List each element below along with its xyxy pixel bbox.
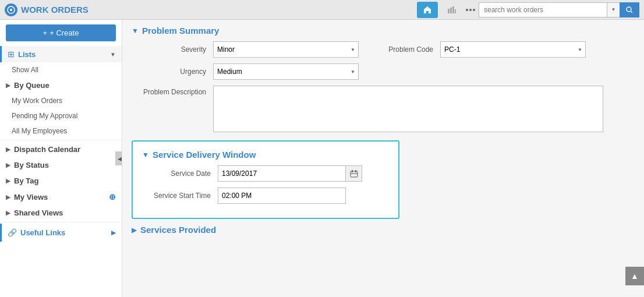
sidebar-group-by-tag[interactable]: ▶ By Tag [0,173,122,189]
my-views-add-icon[interactable]: ⊕ [109,192,116,201]
more-options-button[interactable] [466,9,475,11]
service-date-control [218,165,362,182]
main-content: ▼ Problem Summary Severity Minor Major C… [122,20,644,297]
severity-label: Severity [132,45,213,54]
service-start-label: Service Start Time [142,192,218,200]
service-start-control [218,188,346,204]
sidebar-group-shared-views[interactable]: ▶ Shared Views [0,205,122,221]
main-layout: + + Create ⊞ Lists ▼ Show All ▶ By Queue… [0,20,644,297]
my-views-chevron-icon: ▶ [6,194,10,200]
sidebar-collapse-button[interactable]: ◀ [115,151,122,165]
link-icon: 🔗 [8,228,17,237]
create-plus-icon: + [43,29,48,37]
by-queue-label: By Queue [14,81,116,90]
sidebar-item-show-all[interactable]: Show All [0,62,122,77]
search-submit-button[interactable] [620,2,639,17]
svg-rect-3 [452,6,454,13]
sidebar-divider-1 [0,140,122,140]
shared-views-label: Shared Views [14,208,116,217]
problem-desc-label: Problem Description [132,86,213,96]
scroll-to-top-button[interactable]: ▲ [625,267,644,285]
svg-rect-2 [450,8,452,13]
problem-desc-row: Problem Description [132,86,635,132]
services-provided-title: Services Provided [140,225,216,235]
service-start-input[interactable] [218,188,346,204]
service-start-row: Service Start Time [142,188,389,204]
sidebar-group-my-views[interactable]: ▶ My Views ⊕ [0,189,122,205]
svg-point-5 [627,7,631,12]
service-date-row: Service Date [142,165,389,182]
problem-summary-title: Problem Summary [142,26,220,36]
search-input[interactable] [479,2,607,17]
svg-rect-7 [351,171,358,177]
by-tag-chevron-icon: ▶ [6,178,10,184]
service-date-label: Service Date [142,169,218,178]
by-queue-chevron-icon: ▶ [6,82,10,89]
create-button[interactable]: + + Create [6,24,116,41]
by-status-chevron-icon: ▶ [6,162,10,168]
useful-links-label: Useful Links [20,228,65,237]
problem-summary-chevron-icon: ▼ [132,27,139,35]
app-logo-icon [5,3,17,16]
app-title: WORK ORDERS [5,3,104,16]
sidebar-divider-2 [0,222,122,222]
sidebar: + + Create ⊞ Lists ▼ Show All ▶ By Queue… [0,20,122,297]
services-provided-chevron-icon: ▶ [132,226,137,234]
calendar-button[interactable] [346,165,362,182]
shared-views-chevron-icon: ▶ [6,210,10,216]
service-delivery-window-box: ▼ Service Delivery Window Service Date [132,140,399,219]
services-provided-header[interactable]: ▶ Services Provided [132,225,635,235]
sidebar-group-by-status[interactable]: ▶ By Status [0,157,122,173]
sdw-title: Service Delivery Window [153,150,256,160]
dispatch-chevron-icon: ▶ [6,146,10,153]
sidebar-item-all-employees[interactable]: All My Employees [0,123,122,139]
svg-rect-4 [455,9,456,13]
sidebar-group-dispatch-calendar[interactable]: ▶ Dispatch Calendar [0,142,122,157]
my-views-label: My Views [14,193,109,201]
sidebar-item-useful-links[interactable]: 🔗 Useful Links ▶ [0,224,122,242]
service-date-input[interactable] [218,165,346,182]
severity-select-wrapper: Minor Major Critical Low [213,41,359,58]
problem-code-select[interactable]: PC-1 PC-2 PC-3 [440,41,586,58]
svg-line-6 [631,11,632,13]
search-container: ▼ [479,2,639,17]
severity-select[interactable]: Minor Major Critical Low [213,41,359,58]
lists-header[interactable]: ⊞ Lists ▼ [0,46,122,62]
create-label: + Create [49,29,79,37]
severity-control: Minor Major Critical Low [213,41,359,58]
dispatch-calendar-label: Dispatch Calendar [14,145,116,154]
top-header: WORK ORDERS ▼ [0,0,644,20]
by-tag-label: By Tag [14,176,116,185]
urgency-row: Urgency Low Medium High [132,63,635,80]
sidebar-group-by-queue[interactable]: ▶ By Queue [0,77,122,93]
sidebar-item-my-work-orders[interactable]: My Work Orders [0,93,122,108]
sdw-chevron-icon: ▼ [142,151,149,159]
severity-row: Severity Minor Major Critical Low Proble… [132,41,635,58]
scroll-to-top-icon: ▲ [631,271,639,281]
useful-links-chevron-icon: ▶ [111,229,116,236]
lists-label: Lists [18,50,110,59]
lists-chevron-icon: ▼ [110,51,116,58]
by-status-label: By Status [14,161,116,169]
problem-code-label: Problem Code [370,45,440,54]
problem-summary-header[interactable]: ▼ Problem Summary [132,26,635,36]
urgency-control: Low Medium High [213,63,359,80]
bar-chart-button[interactable] [441,2,462,18]
urgency-select[interactable]: Low Medium High [213,63,359,80]
problem-code-select-wrapper: PC-1 PC-2 PC-3 [440,41,586,58]
home-button[interactable] [417,2,438,18]
svg-rect-1 [448,9,450,13]
sidebar-item-pending-approval[interactable]: Pending My Approval [0,108,122,123]
lists-grid-icon: ⊞ [8,50,15,59]
search-dropdown-button[interactable]: ▼ [607,2,620,17]
problem-code-control: PC-1 PC-2 PC-3 [440,41,586,58]
svg-point-0 [10,9,12,11]
sdw-header[interactable]: ▼ Service Delivery Window [142,150,389,160]
problem-desc-input[interactable] [213,86,603,132]
urgency-select-wrapper: Low Medium High [213,63,359,80]
app-title-text: WORK ORDERS [21,5,89,15]
urgency-label: Urgency [132,68,213,76]
